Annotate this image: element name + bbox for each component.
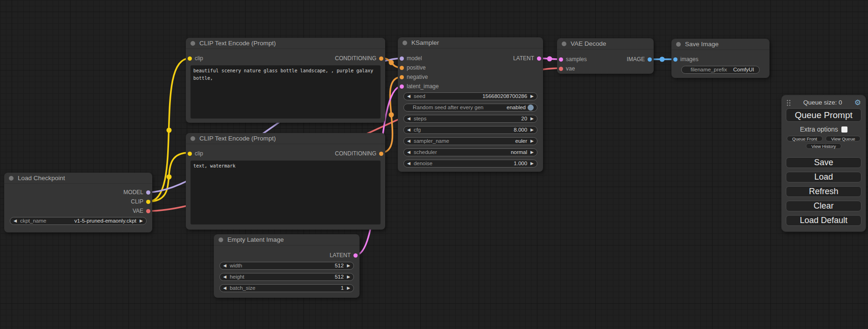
positive-prompt-textarea[interactable]: beautiful scenery nature glass bottle la… xyxy=(191,65,381,119)
view-queue-button[interactable]: View Queue xyxy=(826,136,861,141)
port-row: negative xyxy=(398,72,543,82)
increment-arrow-icon[interactable]: ▶ xyxy=(347,273,350,280)
port-row: latent_image xyxy=(398,82,543,91)
input-label-latent-image: latent_image xyxy=(407,83,439,90)
node-clip-text-encode-positive[interactable]: CLIP Text Encode (Prompt) clip CONDITION… xyxy=(186,38,385,123)
node-titlebar[interactable]: CLIP Text Encode (Prompt) xyxy=(186,133,385,144)
denoise-number-widget[interactable]: ◀ denoise 1.000 ▶ xyxy=(403,160,537,168)
drag-handle-icon[interactable] xyxy=(786,99,791,106)
queue-prompt-button[interactable]: Queue Prompt xyxy=(786,108,861,122)
latent-image-input-port[interactable] xyxy=(400,84,404,89)
decrement-arrow-icon[interactable]: ◀ xyxy=(407,149,410,156)
clear-button[interactable]: Clear xyxy=(786,201,861,211)
queue-buttons-row: Queue Front View Queue xyxy=(787,136,861,141)
load-default-button[interactable]: Load Default xyxy=(786,215,861,226)
vae-output-port[interactable] xyxy=(146,209,150,213)
decrement-arrow-icon[interactable]: ◀ xyxy=(407,138,410,145)
random-seed-toggle-widget[interactable]: Random seed after every gen enabled xyxy=(403,104,537,112)
widget-value: v1-5-pruned-emaonly.ckpt xyxy=(74,217,136,224)
sampler-name-combo[interactable]: ◀ sampler_name euler ▶ xyxy=(403,137,537,145)
seed-number-widget[interactable]: ◀ seed 156680208700286 ▶ xyxy=(403,92,537,100)
port-row: vae xyxy=(557,64,654,73)
clip-input-port[interactable] xyxy=(188,152,192,156)
cfg-number-widget[interactable]: ◀ cfg 8.000 ▶ xyxy=(403,126,537,134)
increment-arrow-icon[interactable]: ▶ xyxy=(347,262,350,269)
increment-arrow-icon[interactable]: ▶ xyxy=(140,217,143,224)
decrement-arrow-icon[interactable]: ◀ xyxy=(407,126,410,133)
widget-label: ckpt_name xyxy=(20,217,74,224)
decrement-arrow-icon[interactable]: ◀ xyxy=(223,285,226,292)
save-button[interactable]: Save xyxy=(786,157,861,168)
node-empty-latent-image[interactable]: Empty Latent Image LATENT ◀ width 512 ▶ … xyxy=(214,234,360,298)
collapse-dot-icon[interactable] xyxy=(9,176,14,181)
negative-input-port[interactable] xyxy=(400,75,404,79)
height-number-widget[interactable]: ◀ height 512 ▶ xyxy=(219,273,354,281)
widget-label: seed xyxy=(414,93,482,100)
node-title-text: CLIP Text Encode (Prompt) xyxy=(199,40,276,47)
decrement-arrow-icon[interactable]: ◀ xyxy=(14,217,17,224)
conditioning-output-port[interactable] xyxy=(379,152,383,156)
collapse-dot-icon[interactable] xyxy=(676,42,681,47)
node-titlebar[interactable]: Empty Latent Image xyxy=(214,234,360,245)
widget-value: 512 xyxy=(335,262,344,269)
increment-arrow-icon[interactable]: ▶ xyxy=(347,285,350,292)
batch-size-number-widget[interactable]: ◀ batch_size 1 ▶ xyxy=(219,284,354,292)
node-load-checkpoint[interactable]: Load Checkpoint MODEL CLIP VAE ◀ ckpt_na… xyxy=(4,173,152,232)
collapse-dot-icon[interactable] xyxy=(219,238,223,242)
node-clip-text-encode-negative[interactable]: CLIP Text Encode (Prompt) clip CONDITION… xyxy=(186,133,385,230)
increment-arrow-icon[interactable]: ▶ xyxy=(530,93,534,100)
vae-input-port[interactable] xyxy=(559,67,563,71)
widget-value: 8.000 xyxy=(514,126,527,133)
node-save-image[interactable]: Save Image images filename_prefix ComfyU… xyxy=(671,39,769,78)
negative-prompt-textarea[interactable]: text, watermark xyxy=(191,161,381,224)
samples-input-port[interactable] xyxy=(559,57,563,62)
collapse-dot-icon[interactable] xyxy=(191,41,195,46)
decrement-arrow-icon[interactable]: ◀ xyxy=(407,160,410,167)
input-label-negative: negative xyxy=(407,74,428,80)
scheduler-combo[interactable]: ◀ scheduler normal ▶ xyxy=(403,148,537,156)
queue-front-button[interactable]: Queue Front xyxy=(787,136,823,141)
collapse-dot-icon[interactable] xyxy=(191,136,195,141)
decrement-arrow-icon[interactable]: ◀ xyxy=(407,93,410,100)
collapse-dot-icon[interactable] xyxy=(562,42,566,46)
latent-output-port[interactable] xyxy=(537,56,541,61)
toggle-dot-icon[interactable] xyxy=(528,105,534,111)
extra-options-checkbox[interactable] xyxy=(841,126,847,133)
increment-arrow-icon[interactable]: ▶ xyxy=(530,115,534,122)
image-output-port[interactable] xyxy=(648,57,652,62)
gear-icon[interactable]: ⚙ xyxy=(854,99,861,106)
clip-input-port[interactable] xyxy=(188,56,192,61)
clip-output-port[interactable] xyxy=(146,200,150,204)
collapse-dot-icon[interactable] xyxy=(402,41,407,45)
output-label-latent: LATENT xyxy=(513,55,534,62)
decrement-arrow-icon[interactable]: ◀ xyxy=(223,273,226,280)
increment-arrow-icon[interactable]: ▶ xyxy=(530,160,534,167)
images-input-port[interactable] xyxy=(673,57,677,62)
node-ksampler[interactable]: KSampler model LATENT positive negative … xyxy=(398,37,543,172)
latent-output-port[interactable] xyxy=(353,253,358,258)
refresh-button[interactable]: Refresh xyxy=(786,186,861,197)
port-row: images xyxy=(671,55,769,64)
model-input-port[interactable] xyxy=(400,56,404,61)
node-titlebar[interactable]: Load Checkpoint xyxy=(4,173,152,184)
filename-prefix-widget[interactable]: filename_prefix ComfyUI xyxy=(681,66,760,74)
width-number-widget[interactable]: ◀ width 512 ▶ xyxy=(219,262,354,270)
load-button[interactable]: Load xyxy=(786,172,861,182)
node-titlebar[interactable]: KSampler xyxy=(398,37,543,49)
increment-arrow-icon[interactable]: ▶ xyxy=(530,149,534,156)
conditioning-output-port[interactable] xyxy=(379,56,383,61)
increment-arrow-icon[interactable]: ▶ xyxy=(530,126,534,133)
ckpt-name-combo[interactable]: ◀ ckpt_name v1-5-pruned-emaonly.ckpt ▶ xyxy=(10,217,147,225)
node-vae-decode[interactable]: VAE Decode samples IMAGE vae xyxy=(557,38,654,74)
node-titlebar[interactable]: Save Image xyxy=(671,39,769,50)
positive-input-port[interactable] xyxy=(400,66,404,70)
steps-number-widget[interactable]: ◀ steps 20 ▶ xyxy=(403,115,537,123)
node-titlebar[interactable]: VAE Decode xyxy=(557,38,654,49)
decrement-arrow-icon[interactable]: ◀ xyxy=(407,115,410,122)
view-history-button[interactable]: View History xyxy=(806,143,842,149)
node-titlebar[interactable]: CLIP Text Encode (Prompt) xyxy=(186,38,385,49)
increment-arrow-icon[interactable]: ▶ xyxy=(530,138,534,145)
node-title-text: Empty Latent Image xyxy=(227,236,284,243)
model-output-port[interactable] xyxy=(146,190,150,195)
decrement-arrow-icon[interactable]: ◀ xyxy=(223,262,226,269)
